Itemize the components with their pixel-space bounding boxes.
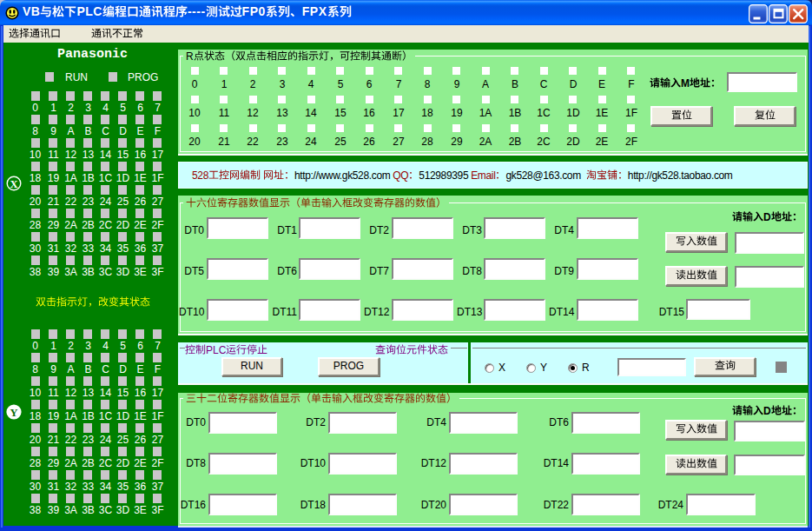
svg-text:Y: Y [10,407,17,419]
svg-text:X: X [10,178,17,190]
